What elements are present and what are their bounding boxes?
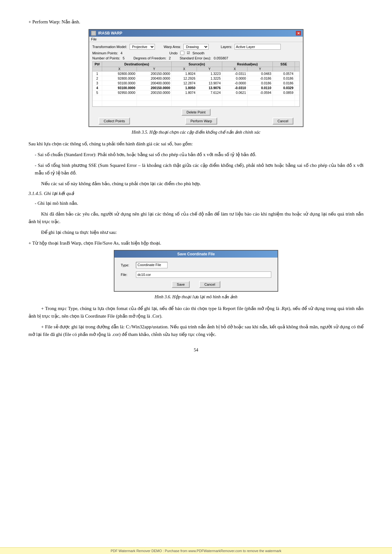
undo-label: Undo: [169, 51, 177, 55]
table-row-empty2: [93, 101, 299, 107]
row2-res-x: 0.0000: [222, 76, 248, 81]
num-points-value: 5: [123, 56, 125, 60]
dialog-menubar: File: [89, 37, 303, 42]
sub-sse: [273, 67, 295, 71]
menu-file[interactable]: File: [91, 37, 97, 41]
min-points-value: 4: [120, 51, 122, 55]
row2-res-y: -0.0186: [248, 76, 273, 81]
type-row: Type: Coordinate File: [121, 262, 271, 268]
row5-sse: 0.0859: [273, 90, 295, 95]
row2-pt: 2: [93, 76, 102, 81]
intro-perform-warp: + Perform Warp: Nắn ảnh.: [28, 19, 364, 25]
paragraph2: Nếu các sai số này không đảm bảo, chúng …: [28, 180, 364, 187]
type-label: Type:: [121, 263, 133, 267]
row1-dst-y: 200150.0000: [137, 71, 172, 76]
dash3: - Ghi lại mô hình nắn.: [28, 199, 364, 207]
dialog-app-icon: □: [91, 31, 96, 36]
close-button[interactable]: ✕: [296, 31, 301, 35]
transformation-label: Transformation Model:: [92, 45, 127, 49]
row4-dst-x: 93100.0000: [102, 86, 137, 90]
file-input[interactable]: [136, 271, 271, 278]
table-subheader: X Y X Y X Y: [93, 67, 299, 71]
collect-points-button[interactable]: Collect Points: [99, 118, 130, 125]
row3-dst-y: 200400.0000: [137, 81, 172, 85]
dialog-titlebar: □ IRASB WARP ✕: [89, 30, 303, 37]
row4-res-x: -0.0310: [222, 86, 248, 90]
row4-sse: 0.0329: [273, 86, 295, 90]
data-table: Pt# Destination(wu) Source(in) Residual(…: [92, 61, 300, 107]
save-button[interactable]: Save: [172, 281, 190, 288]
page-content: + Perform Warp: Nắn ảnh. □ IRASB WARP ✕ …: [28, 19, 364, 353]
row5-pt: 5: [93, 90, 102, 95]
row2-sse: 0.0186: [273, 76, 295, 81]
row3-dst-x: 93100.0000: [102, 81, 137, 85]
irasb-dialog-container: □ IRASB WARP ✕ File Transformation Model…: [28, 29, 364, 127]
row2-dst-x: 92800.0000: [102, 76, 137, 81]
std-error-value: 0.055807: [214, 56, 228, 60]
save-cancel-button[interactable]: Cancel: [199, 281, 220, 288]
row4-pt: 4: [93, 86, 102, 90]
delete-point-row: Delete Point: [92, 109, 300, 116]
table-row: 2 92800.0000 200400.0000 12.2926 1.3225 …: [93, 76, 299, 81]
paragraph1: Sau khi lựa chọn các thông số, chúng ta …: [28, 140, 364, 148]
perform-warp-button[interactable]: Perform Warp: [185, 118, 217, 125]
row5-res-x: 0.0621: [222, 90, 248, 95]
sub-pt: [93, 67, 102, 71]
irasb-dialog: □ IRASB WARP ✕ File Transformation Model…: [89, 29, 303, 127]
row1-src-y: 1.3223: [197, 71, 222, 76]
save-dialog-titlebar: Save Coordinate File: [114, 251, 278, 258]
row2-dst-y: 200400.0000: [137, 76, 172, 81]
row5-src-x: 1.8074: [172, 90, 197, 95]
std-error-label: Standard Error (wu):: [180, 56, 211, 60]
table-row: 5 92950.0000 200150.0000 1.8074 7.6124 0…: [93, 90, 299, 95]
section-heading: 3.1.4.5. Ghi lại kết quả: [28, 191, 364, 196]
min-points-label: Minimum Points:: [92, 51, 118, 55]
row4-src-y: 13.9076: [197, 86, 222, 90]
table-row: 4 93100.0000 200150.0000 1.8050 13.9076 …: [93, 86, 299, 90]
row5-dst-y: 200150.0000: [137, 90, 172, 95]
file-label: File:: [121, 273, 133, 277]
row1-res-y: 0.0483: [248, 71, 273, 76]
cancel-button[interactable]: Cancel: [273, 118, 293, 125]
smooth-label: Smooth: [193, 51, 205, 55]
sub-src-y: Y: [197, 67, 222, 71]
row1-sse: 0.0574: [273, 71, 295, 76]
transformation-dropdown[interactable]: Projective: [130, 44, 155, 50]
delete-point-button[interactable]: Delete Point: [181, 109, 211, 116]
layers-input[interactable]: [235, 44, 281, 50]
bottom-buttons: Collect Points Perform Warp Cancel: [92, 118, 300, 125]
row3-res-y: 0.0186: [248, 81, 273, 85]
sub-res-x: X: [222, 67, 248, 71]
row2-src-x: 12.2926: [172, 76, 197, 81]
col-source: Source(in): [172, 62, 222, 67]
col-destination: Destination(wu): [102, 62, 172, 67]
titlebar-left: □ IRASB WARP: [91, 31, 122, 36]
row1-dst-x: 92800.0000: [102, 71, 137, 76]
warp-area-dropdown[interactable]: Drawing: [183, 44, 209, 50]
paragraph4: Để ghi lại chúng ta thực hiện như sau:: [28, 228, 364, 236]
dialog-title: IRASB WARP: [98, 31, 122, 35]
row3-src-y: 13.9074: [197, 81, 222, 85]
row4-src-x: 1.8050: [172, 86, 197, 90]
transform-row: Transformation Model: Projective Warp Ar…: [92, 44, 300, 50]
row4-dst-y: 200150.0000: [137, 86, 172, 90]
sub-dst-x: X: [102, 67, 137, 71]
smooth-checkbox-icon: ☑: [187, 51, 190, 55]
table-row-empty: [93, 95, 299, 101]
undo-checkbox[interactable]: [180, 51, 184, 55]
dof-value: 2: [169, 56, 171, 60]
col-residual: Residual(wu): [222, 62, 273, 67]
row5-res-y: -0.0594: [248, 90, 273, 95]
layers-label: Layers:: [221, 45, 232, 49]
dialog-body: Transformation Model: Projective Warp Ar…: [89, 42, 303, 126]
caption1: Hình 3.5. Hộp thoại chọn các cặp điểm kh…: [28, 130, 364, 135]
type-value: Coordinate File: [136, 262, 168, 268]
dash2: - Sai số tổng bình phương SSE (Sum Squar…: [28, 161, 364, 177]
paragraph6: + File sẽ được ghi lại trong đường dẫn l…: [28, 323, 364, 338]
row3-src-x: 12.2874: [172, 81, 197, 85]
row1-res-x: -0.0311: [222, 71, 248, 76]
row1-src-x: 1.8024: [172, 71, 197, 76]
save-dialog: Save Coordinate File Type: Coordinate Fi…: [114, 250, 278, 292]
table-row: 3 93100.0000 200400.0000 12.2874 13.9074…: [93, 81, 299, 86]
save-dialog-body: Type: Coordinate File File: Save Cancel: [114, 258, 278, 291]
